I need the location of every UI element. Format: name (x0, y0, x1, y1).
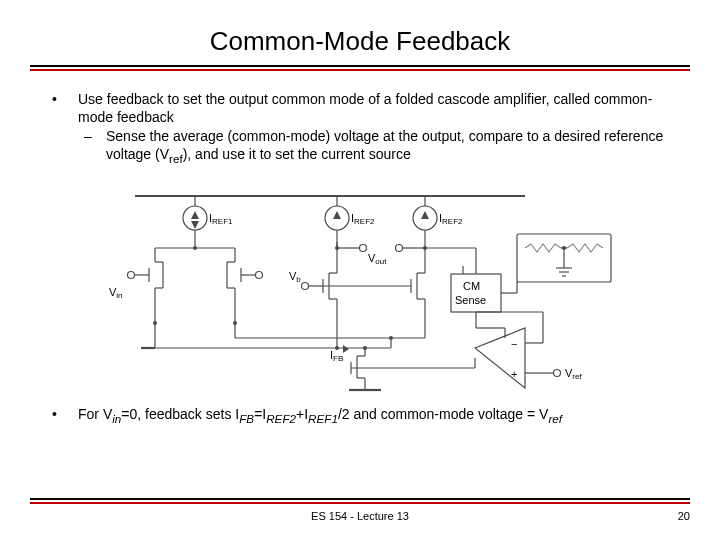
b2-REF2: REF2 (266, 412, 296, 425)
svg-text:IFB: IFB (330, 349, 343, 363)
svg-marker-80 (343, 345, 349, 353)
bullet-2: For Vin=0, feedback sets IFB=IREF2+IREF1… (50, 406, 670, 426)
svg-text:Sense: Sense (455, 294, 486, 306)
footer-rule-dark (30, 498, 690, 500)
svg-marker-4 (191, 221, 199, 229)
b2-e: /2 and common-mode voltage = V (338, 406, 549, 422)
svg-marker-3 (191, 211, 199, 219)
slide: Common-Mode Feedback Use feedback to set… (0, 0, 720, 540)
svg-text:Vin: Vin (109, 286, 123, 300)
slide-title: Common-Mode Feedback (0, 0, 720, 65)
figure: IREF1 Vin (50, 178, 670, 398)
course-label: ES 154 - Lecture 13 (311, 510, 409, 522)
svg-text:Vout: Vout (368, 252, 387, 266)
content-area: Use feedback to set the output common mo… (0, 71, 720, 426)
svg-point-17 (128, 271, 135, 278)
bullet-1-sub-ref: ref (169, 151, 183, 164)
bullet-list-2: For Vin=0, feedback sets IFB=IREF2+IREF1… (50, 406, 670, 426)
title-rule-dark (30, 65, 690, 67)
bullet-1: Use feedback to set the output common mo… (50, 91, 670, 166)
svg-point-110 (554, 369, 561, 376)
bullet-1-sublist: Sense the average (common-mode) voltage … (78, 128, 670, 166)
circuit-diagram: IREF1 Vin (105, 178, 615, 398)
bullet-1-sub-b: ), and use it to set the current source (183, 146, 411, 162)
b2-ref2: ref (548, 412, 562, 425)
b2-d: +I (296, 406, 308, 422)
svg-marker-39 (421, 211, 429, 219)
svg-text:IREF1: IREF1 (209, 212, 233, 226)
b2-b: =0, feedback sets I (121, 406, 239, 422)
bullet-1-sub: Sense the average (common-mode) voltage … (78, 128, 670, 166)
svg-text:IREF2: IREF2 (351, 212, 375, 226)
svg-text:Vb: Vb (289, 270, 301, 284)
bullet-1-text: Use feedback to set the output common mo… (78, 91, 652, 125)
b2-c: =I (254, 406, 266, 422)
b2-REF1: REF1 (308, 412, 338, 425)
b2-FB: FB (239, 412, 254, 425)
footer: ES 154 - Lecture 13 20 (30, 498, 690, 522)
svg-text:Vref: Vref (565, 367, 582, 381)
page-number: 20 (678, 510, 690, 522)
svg-text:−: − (511, 338, 517, 350)
svg-text:+: + (511, 368, 517, 380)
svg-point-56 (302, 282, 309, 289)
svg-text:CM: CM (463, 280, 480, 292)
svg-point-45 (360, 244, 367, 251)
svg-text:IREF2: IREF2 (439, 212, 463, 226)
footer-rule-red (30, 502, 690, 504)
b2-a: For V (78, 406, 112, 422)
svg-marker-34 (333, 211, 341, 219)
svg-point-47 (396, 244, 403, 251)
b2-in: in (112, 412, 121, 425)
footer-text-row: ES 154 - Lecture 13 20 (30, 510, 690, 522)
bullet-list: Use feedback to set the output common mo… (50, 91, 670, 166)
svg-point-26 (256, 271, 263, 278)
